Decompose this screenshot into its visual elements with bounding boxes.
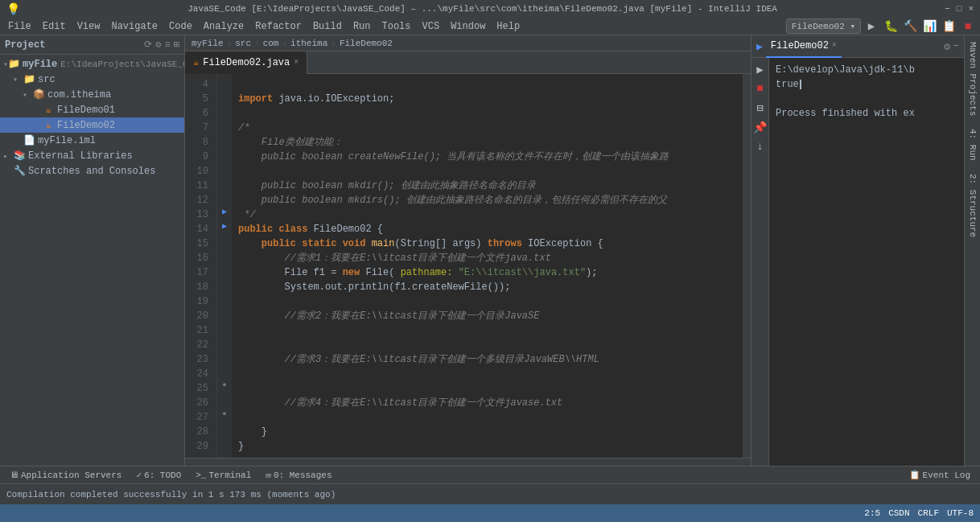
coverage-button[interactable]: 📋 bbox=[940, 18, 957, 35]
app-servers-icon: 🖥 bbox=[10, 470, 19, 480]
menu-tools[interactable]: Tools bbox=[377, 19, 416, 34]
package-icon: 📦 bbox=[32, 88, 45, 101]
menu-view[interactable]: View bbox=[72, 19, 105, 34]
build-button[interactable]: 🔨 bbox=[901, 18, 919, 35]
gutter: ▶ ▶ ● ● bbox=[217, 74, 232, 458]
editor-scrollbar[interactable] bbox=[743, 74, 751, 458]
menu-navigate[interactable]: Navigate bbox=[106, 19, 163, 34]
tree-item-myfile-iml[interactable]: 📄 myFile.iml bbox=[0, 133, 184, 148]
tree-label-myfile-iml: myFile.iml bbox=[38, 135, 96, 146]
maximize-button[interactable]: □ bbox=[957, 4, 962, 14]
run-config-dropdown[interactable]: FileDemo02 ▾ bbox=[786, 18, 861, 34]
java-file-icon: ☕ bbox=[42, 119, 55, 131]
run-output-line-3 bbox=[776, 92, 957, 106]
tree-item-external-libs[interactable]: ▸ 📚 External Libraries bbox=[0, 148, 184, 163]
breadcrumb-myfile[interactable]: myFile bbox=[191, 39, 224, 48]
code-editor: 4 5 6 7 8 9 10 11 12 13 14 15 16 17 18 1… bbox=[185, 74, 751, 458]
library-icon: 📚 bbox=[13, 150, 26, 162]
run-panel-settings-button[interactable]: ⚙ bbox=[944, 40, 950, 53]
folder-icon: 📁 bbox=[23, 73, 35, 85]
status-position[interactable]: 2:5 bbox=[864, 508, 880, 518]
stop-run-button[interactable]: ■ bbox=[752, 80, 768, 97]
sidebar-expand-icon[interactable]: ⊞ bbox=[174, 39, 179, 51]
menu-help[interactable]: Help bbox=[492, 19, 525, 34]
debug-button[interactable]: 🐛 bbox=[882, 18, 900, 35]
code-content[interactable]: import java.io.IOException; /* File类创建功能… bbox=[232, 74, 743, 458]
tree-arrow: ▾ bbox=[13, 75, 23, 84]
right-edge-tab-run[interactable]: 4: Run bbox=[966, 122, 979, 167]
scroll-end-button[interactable]: ↓ bbox=[752, 138, 768, 154]
sidebar-settings-icon[interactable]: ⚙ bbox=[155, 39, 161, 51]
run-tab-filedemo02[interactable]: FileDemo02 × bbox=[766, 35, 842, 58]
app-servers-label: Application Servers bbox=[21, 471, 121, 480]
menu-file[interactable]: File bbox=[3, 19, 36, 34]
status-line-ending[interactable]: CRLF bbox=[918, 508, 939, 518]
todo-label: 6: TODO bbox=[144, 471, 181, 480]
tree-label-external-libs: External Libraries bbox=[28, 150, 133, 162]
right-edge-tab-maven[interactable]: Maven Projects bbox=[966, 35, 979, 122]
restore-layout-button[interactable]: ⊟ bbox=[752, 100, 768, 116]
rerun-button[interactable]: ▶ bbox=[752, 61, 768, 77]
tree-item-src[interactable]: ▾ 📁 src bbox=[0, 72, 184, 87]
tree-item-myfile[interactable]: ▾ 📁 myFile E:\IdeaProjects\JavaSE_C... bbox=[0, 56, 184, 72]
status-csdn[interactable]: CSDN bbox=[888, 508, 909, 518]
todo-icon: ✓ bbox=[136, 470, 142, 480]
bottom-tab-todo[interactable]: ✓ 6: TODO bbox=[130, 467, 187, 484]
tree-item-com-itheima[interactable]: ▾ 📦 com.itheima bbox=[0, 87, 184, 102]
title-bar-title: JavaSE_Code [E:\IdeaProjects\JavaSE_Code… bbox=[20, 4, 945, 14]
bottom-tab-event-log[interactable]: 📋 Event Log bbox=[903, 467, 977, 484]
pin-tab-button[interactable]: 📌 bbox=[752, 119, 768, 135]
tab-close-button[interactable]: × bbox=[294, 58, 299, 67]
title-bar: 💡 JavaSE_Code [E:\IdeaProjects\JavaSE_Co… bbox=[0, 0, 980, 18]
minimize-button[interactable]: − bbox=[945, 4, 950, 14]
menu-refactor[interactable]: Refactor bbox=[250, 19, 307, 34]
breadcrumb-itheima[interactable]: itheima bbox=[290, 39, 327, 48]
tree-path-myfile: E:\IdeaProjects\JavaSE_C... bbox=[60, 60, 184, 69]
stop-button[interactable]: ■ bbox=[959, 18, 977, 35]
run-tab-close[interactable]: × bbox=[832, 41, 837, 50]
line-numbers: 4 5 6 7 8 9 10 11 12 13 14 15 16 17 18 1… bbox=[185, 74, 217, 458]
tab-label-filedemo02: FileDemo02.java bbox=[203, 57, 290, 68]
sidebar-sync-icon[interactable]: ⟳ bbox=[144, 39, 152, 51]
tree-arrow: ▸ bbox=[3, 151, 13, 161]
menu-vcs[interactable]: VCS bbox=[418, 19, 445, 34]
project-label: Project bbox=[5, 39, 141, 51]
breadcrumb-com[interactable]: com bbox=[263, 39, 279, 48]
run-button[interactable]: ▶ bbox=[863, 18, 880, 35]
bottom-panel: 🖥 Application Servers ✓ 6: TODO >_ Termi… bbox=[0, 466, 980, 504]
horizontal-scrollbar[interactable] bbox=[185, 458, 751, 466]
menu-code[interactable]: Code bbox=[164, 19, 197, 34]
breadcrumb: myFile › src › com › itheima › FileDemo0… bbox=[185, 35, 751, 51]
very-bottom-status: 2:5 CSDN CRLF UTF-8 bbox=[0, 504, 980, 522]
status-encoding[interactable]: UTF-8 bbox=[947, 508, 974, 518]
tree-item-filedemo02[interactable]: ☕ FileDemo02 bbox=[0, 117, 184, 133]
compilation-status: Compilation completed successfully in 1 … bbox=[6, 490, 336, 499]
menu-edit[interactable]: Edit bbox=[38, 19, 71, 34]
right-edge-tab-structure[interactable]: 2: Structure bbox=[966, 167, 979, 244]
event-log-icon: 📋 bbox=[909, 470, 920, 480]
editor-tab-filedemo02[interactable]: ☕ FileDemo02.java × bbox=[185, 51, 307, 74]
profile-button[interactable]: 📊 bbox=[920, 18, 938, 35]
menu-run[interactable]: Run bbox=[348, 19, 376, 34]
bottom-tabs: 🖥 Application Servers ✓ 6: TODO >_ Termi… bbox=[0, 467, 980, 484]
sidebar-tree: ▾ 📁 myFile E:\IdeaProjects\JavaSE_C... ▾… bbox=[0, 55, 184, 466]
menu-window[interactable]: Window bbox=[446, 19, 490, 34]
menu-analyze[interactable]: Analyze bbox=[199, 19, 249, 34]
breadcrumb-src[interactable]: src bbox=[235, 39, 251, 48]
iml-file-icon: 📄 bbox=[23, 134, 35, 146]
close-button[interactable]: × bbox=[968, 4, 974, 14]
bottom-tab-terminal[interactable]: >_ Terminal bbox=[189, 467, 257, 484]
title-bar-controls: − □ × bbox=[945, 4, 974, 14]
project-sidebar: Project ⟳ ⚙ ≡ ⊞ ▾ 📁 myFile E:\IdeaProjec… bbox=[0, 35, 185, 466]
breadcrumb-filedemo02[interactable]: FileDemo02 bbox=[340, 39, 393, 48]
sidebar-filter-icon[interactable]: ≡ bbox=[165, 39, 171, 51]
main-content: Project ⟳ ⚙ ≡ ⊞ ▾ 📁 myFile E:\IdeaProjec… bbox=[0, 35, 980, 466]
tree-item-filedemo01[interactable]: ☕ FileDemo01 bbox=[0, 102, 184, 117]
bottom-tab-messages[interactable]: ✉ 0: Messages bbox=[259, 467, 338, 484]
tree-item-scratches[interactable]: 🔧 Scratches and Consoles bbox=[0, 163, 184, 179]
bottom-tab-app-servers[interactable]: 🖥 Application Servers bbox=[3, 467, 128, 484]
run-panel-minimize-button[interactable]: − bbox=[953, 40, 959, 53]
messages-label: 0: Messages bbox=[274, 471, 332, 480]
menu-build[interactable]: Build bbox=[308, 19, 347, 34]
run-output-line-1: E:\develop\Java\jdk-11\b bbox=[776, 63, 957, 77]
